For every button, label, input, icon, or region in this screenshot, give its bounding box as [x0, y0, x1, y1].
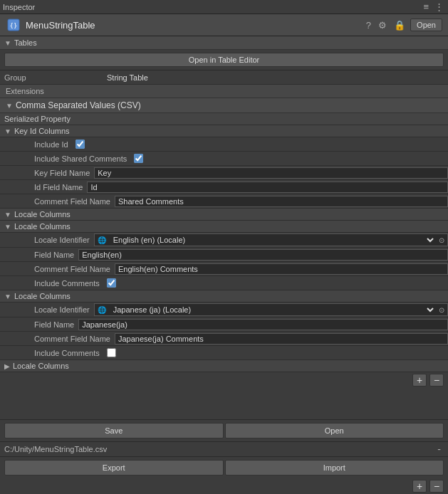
help-button[interactable]: ? [364, 20, 373, 31]
locale-identifier-2-label: Locale Identifier [0, 305, 94, 315]
include-comments-2-value [104, 347, 448, 358]
export-button[interactable]: Export [4, 460, 224, 475]
include-comments-1-value [104, 278, 448, 288]
locale-globe-2-icon: 🌐 [95, 306, 109, 314]
key-id-columns-header[interactable]: ▼ Key Id Columns [0, 125, 448, 137]
path-minus-button[interactable]: - [434, 443, 444, 455]
comment-field-1-label: Comment Field Name [0, 264, 115, 274]
locale-select-1-arrow-icon: ⊙ [436, 236, 447, 244]
include-shared-checkbox[interactable] [134, 154, 143, 163]
comment-field-input[interactable] [115, 196, 448, 207]
key-field-label: Key Field Name [0, 168, 94, 178]
save-open-row: Save Open [0, 420, 448, 441]
asset-icon: {} [6, 17, 21, 33]
tables-label: Tables [14, 38, 37, 47]
lock-button[interactable]: 🔒 [392, 20, 407, 31]
include-comments-1-row: Include Comments [0, 276, 448, 290]
key-id-columns-label: Key Id Columns [14, 127, 70, 135]
id-field-input[interactable] [87, 182, 448, 193]
field-name-1-input[interactable] [78, 249, 448, 261]
comment-field-row: Comment Field Name [0, 194, 448, 209]
tables-arrow-icon: ▼ [4, 39, 11, 47]
comment-field-2-input[interactable] [115, 333, 448, 345]
tab-icons: ≡ ⋮ [422, 1, 445, 12]
include-comments-1-checkbox[interactable] [107, 278, 116, 288]
id-field-label: Id Field Name [0, 182, 87, 192]
header: {} MenuStringTable ? ⚙ 🔒 Open [0, 14, 448, 36]
locale-columns-1-header[interactable]: ▼ Locale Columns [0, 221, 448, 233]
include-comments-2-checkbox[interactable] [107, 348, 116, 357]
locale-columns-bottom-label: Locale Columns [13, 362, 69, 370]
extensions-header: Extensions [0, 85, 448, 98]
locale-globe-icon: 🌐 [95, 236, 109, 244]
comment-field-1-input[interactable] [115, 263, 448, 275]
include-id-value [73, 139, 448, 149]
group-value: String Table [107, 73, 444, 82]
bottom-plus-button[interactable]: + [412, 480, 427, 493]
bottom-minus-button[interactable]: − [429, 480, 444, 493]
bottom-actions: Save Open C:/Unity/MenuStringTable.csv -… [0, 419, 448, 494]
settings-button[interactable]: ⚙ [376, 20, 389, 31]
locale-columns-bottom-header[interactable]: ▶ Locale Columns [0, 360, 448, 372]
locale-identifier-1-label: Locale Identifier [0, 235, 94, 245]
tab-more-icon[interactable]: ⋮ [433, 1, 445, 12]
open-button[interactable]: Open [410, 19, 442, 31]
header-right: ? ⚙ 🔒 Open [364, 19, 442, 31]
tab-bar: Inspector ≡ ⋮ [0, 0, 448, 14]
csv-label: Comma Separated Values (CSV) [16, 100, 141, 110]
locale-identifier-1-select[interactable]: English (en) (Locale) [109, 234, 436, 246]
include-shared-value [131, 153, 448, 164]
inner-plus-minus-row: + − [0, 372, 448, 388]
group-label: Group [4, 73, 104, 82]
import-button[interactable]: Import [225, 460, 444, 475]
include-shared-row: Include Shared Comments [0, 152, 448, 166]
include-id-row: Include Id [0, 137, 448, 152]
locale-select-2-arrow-icon: ⊙ [436, 306, 447, 314]
include-id-checkbox[interactable] [75, 140, 85, 149]
tables-section-header[interactable]: ▼ Tables [0, 36, 448, 50]
path-text: C:/Unity/MenuStringTable.csv [4, 445, 434, 453]
comment-field-2-row: Comment Field Name [0, 332, 448, 346]
svg-text:{}: {} [10, 22, 18, 29]
tab-bar-left: Inspector [3, 3, 35, 11]
id-field-row: Id Field Name [0, 180, 448, 194]
locale-identifier-2-select-wrap: 🌐 Japanese (ja) (Locale) ⊙ [94, 303, 448, 316]
comment-field-label: Comment Field Name [0, 196, 115, 206]
include-comments-2-label: Include Comments [0, 348, 104, 358]
header-title: MenuStringTable [26, 20, 95, 31]
bottom-plus-minus-row: + − [0, 478, 448, 494]
locale-columns-2-label: Locale Columns [14, 292, 71, 300]
header-left: {} MenuStringTable [6, 17, 95, 33]
export-import-row: Export Import [0, 457, 448, 478]
tab-title: Inspector [3, 3, 35, 11]
locale-bottom-arrow-icon: ▶ [4, 362, 10, 370]
locale-columns-top-header[interactable]: ▼ Locale Columns [0, 209, 448, 221]
locale-columns-2-header[interactable]: ▼ Locale Columns [0, 290, 448, 303]
extensions-label: Extensions [6, 87, 44, 95]
comment-field-1-row: Comment Field Name [0, 262, 448, 276]
inner-plus-button[interactable]: + [412, 374, 427, 387]
locale-identifier-1-select-wrap: 🌐 English (en) (Locale) ⊙ [94, 233, 448, 246]
include-comments-2-row: Include Comments [0, 346, 448, 360]
locale-identifier-2-select[interactable]: Japanese (ja) (Locale) [109, 304, 436, 315]
key-field-input[interactable] [94, 167, 448, 179]
include-comments-1-label: Include Comments [0, 278, 104, 288]
locale-columns-1-label: Locale Columns [14, 222, 71, 231]
key-field-row: Key Field Name [0, 166, 448, 180]
csv-arrow-icon: ▼ [6, 102, 13, 110]
include-id-label: Include Id [0, 140, 73, 149]
inner-minus-button[interactable]: − [429, 374, 444, 387]
open-in-editor-row: Open in Table Editor [0, 50, 448, 70]
key-id-arrow-icon: ▼ [4, 127, 11, 135]
locale-columns-top-label: Locale Columns [14, 210, 71, 219]
path-row: C:/Unity/MenuStringTable.csv - [0, 441, 448, 457]
open-in-editor-button[interactable]: Open in Table Editor [4, 53, 444, 67]
csv-section-header[interactable]: ▼ Comma Separated Values (CSV) [0, 98, 448, 113]
open-csv-button[interactable]: Open [225, 423, 444, 438]
tab-menu-icon[interactable]: ≡ [422, 1, 430, 12]
locale1-arrow-icon: ▼ [4, 223, 11, 231]
save-button[interactable]: Save [4, 423, 224, 438]
field-name-2-input[interactable] [78, 319, 448, 330]
serialized-property-row[interactable]: Serialized Property [0, 113, 448, 125]
field-name-2-row: Field Name [0, 317, 448, 332]
